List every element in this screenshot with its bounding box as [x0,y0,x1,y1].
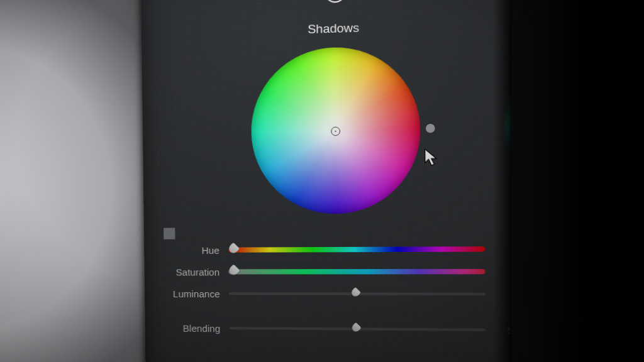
shadows-color-wheel[interactable] [250,45,421,214]
scene: Adjust : [0,0,644,362]
adjust-label: Adjust : [244,0,282,2]
adjust-mode-row: Adjust : [141,0,534,7]
luminance-slider[interactable] [229,292,486,295]
luminance-row: Luminance 0 [162,283,518,305]
wheel-ring-handle[interactable] [425,124,435,133]
hue-row: Hue 0 [162,238,518,261]
section-title: Shadows [142,15,535,41]
color-wheel-container [142,42,537,216]
blending-slider[interactable] [229,327,486,331]
saturation-slider[interactable] [228,269,485,275]
saturation-label: Saturation [162,266,219,277]
blending-row: Blending 50 [163,317,519,341]
saturation-row: Saturation 0 [162,260,518,283]
shadows-icon[interactable] [326,0,344,1]
sliders-group: ▾ Hue 0 Saturation 0 Luminance [162,238,519,341]
color-grading-panel: Adjust : [141,0,539,362]
luminance-label: Luminance [162,288,219,299]
blending-label: Blending [163,322,220,334]
hue-slider[interactable] [228,246,485,253]
three-way-icon[interactable] [290,0,307,3]
monitor-bezel [512,0,644,362]
swatch-chip[interactable] [164,228,175,239]
wheel-center-marker [331,127,340,136]
hue-label: Hue [162,244,219,256]
